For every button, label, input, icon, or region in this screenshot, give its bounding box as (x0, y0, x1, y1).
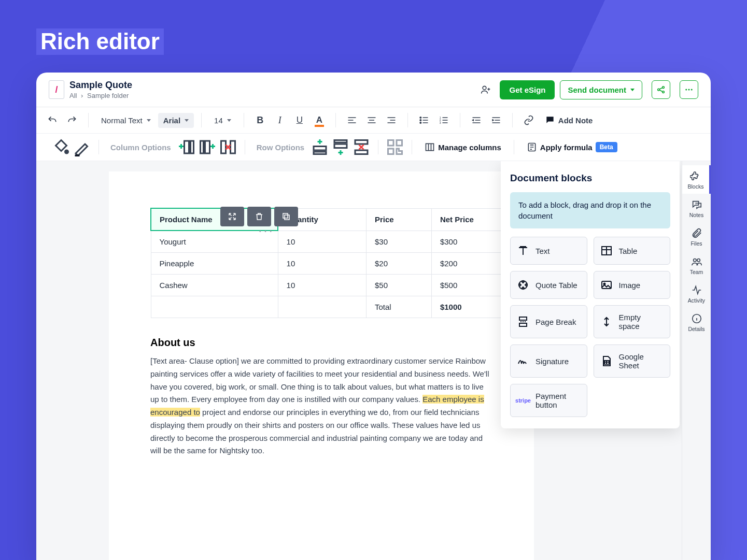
table-row: Pineapple10$20$200 (151, 253, 524, 275)
svg-point-8 (420, 120, 421, 121)
svg-rect-17 (205, 141, 209, 153)
blocks-grid: Text Table Quote Table Image Page Break … (510, 237, 670, 417)
rail-blocks[interactable]: Blocks (682, 165, 711, 194)
drag-handle-icon[interactable]: • • • (259, 228, 273, 234)
block-payment-button[interactable]: stripePayment button (510, 384, 587, 417)
font-size-select[interactable]: 14 (209, 113, 236, 128)
fill-color-button[interactable] (52, 138, 71, 156)
rail-details[interactable]: Details (682, 308, 711, 336)
svg-rect-23 (334, 144, 347, 148)
svg-rect-16 (200, 141, 203, 153)
expand-table-button[interactable] (220, 207, 244, 226)
more-options-button[interactable] (680, 80, 698, 99)
add-note-button[interactable]: Add Note (540, 112, 598, 128)
outdent-button[interactable] (468, 111, 485, 129)
svg-point-5 (688, 89, 690, 91)
team-icon (691, 256, 702, 267)
row-options-label[interactable]: Row Options (252, 143, 309, 152)
block-table[interactable]: Table (594, 237, 671, 265)
blocks-panel-hint: To add a block, drag and drop it on the … (510, 192, 670, 228)
svg-point-9 (420, 122, 421, 124)
svg-point-38 (693, 259, 696, 262)
duplicate-table-button[interactable] (274, 207, 298, 226)
delete-table-button[interactable] (247, 207, 271, 226)
send-document-label: Send document (568, 85, 626, 94)
table-icon (600, 245, 613, 257)
indent-button[interactable] (487, 111, 505, 129)
breadcrumb-root[interactable]: All (69, 92, 77, 99)
comment-icon (545, 115, 555, 125)
svg-rect-26 (388, 140, 394, 146)
breadcrumb-folder[interactable]: Sample folder (87, 92, 129, 99)
border-color-button[interactable] (73, 138, 91, 156)
block-page-break[interactable]: Page Break (510, 305, 587, 338)
insert-column-right-button[interactable] (198, 138, 217, 156)
rail-team[interactable]: Team (682, 251, 711, 279)
chevron-right-icon: › (81, 92, 83, 99)
block-quote-table[interactable]: Quote Table (510, 271, 587, 299)
google-sheet-icon (600, 355, 613, 367)
block-empty-space[interactable]: Empty space (594, 305, 671, 338)
bullet-list-button[interactable] (415, 111, 433, 129)
svg-rect-19 (230, 141, 235, 153)
table-row: Cashew10$50$500 (151, 275, 524, 296)
table-row: Yougurt10$30$300 (151, 231, 524, 253)
table-floating-tools (220, 207, 298, 226)
italic-button[interactable]: I (271, 111, 289, 129)
block-image[interactable]: Image (594, 271, 671, 299)
about-heading[interactable]: About us (150, 337, 534, 349)
apply-formula-button[interactable]: Apply formula Beta (522, 139, 623, 155)
insert-link-button[interactable] (520, 111, 538, 129)
svg-point-6 (691, 89, 693, 91)
block-signature[interactable]: Signature (510, 344, 587, 378)
get-esign-button[interactable]: Get eSign (500, 80, 555, 99)
undo-button[interactable] (44, 111, 61, 129)
rail-notes[interactable]: Notes (682, 194, 711, 222)
svg-rect-28 (388, 149, 394, 154)
document-title: Sample Quote (69, 80, 132, 91)
text-color-button[interactable]: A (311, 111, 328, 129)
insert-row-below-button[interactable] (331, 138, 350, 156)
font-family-select[interactable]: Arial (158, 113, 194, 128)
underline-button[interactable]: U (291, 111, 308, 129)
about-paragraph[interactable]: [Text area- Clause option] we are commit… (150, 355, 492, 457)
document-page[interactable]: Product Name Quantity Price Net Price Yo… (109, 171, 534, 560)
svg-rect-25 (355, 150, 368, 154)
block-google-sheet[interactable]: Google Sheet (594, 344, 671, 378)
breadcrumb[interactable]: All › Sample folder (69, 92, 132, 99)
share-button[interactable] (652, 80, 670, 99)
column-options-label[interactable]: Column Options (106, 143, 175, 152)
block-text[interactable]: Text (510, 237, 587, 265)
hero-title: Rich editor (36, 28, 164, 54)
app-window: / Sample Quote All › Sample folder Get e… (36, 73, 711, 560)
redo-button[interactable] (63, 111, 81, 129)
text-style-select[interactable]: Normal Text (96, 113, 156, 128)
doc-title-block: Sample Quote All › Sample folder (69, 80, 132, 99)
numbered-list-button[interactable]: 123 (435, 111, 453, 129)
insert-row-above-button[interactable] (311, 138, 329, 156)
signature-icon (517, 355, 529, 367)
send-document-button[interactable]: Send document (560, 80, 642, 99)
image-icon (600, 279, 613, 291)
svg-rect-20 (314, 147, 326, 151)
align-center-button[interactable] (363, 111, 380, 129)
header-actions: Get eSign Send document (477, 80, 698, 99)
align-right-button[interactable] (383, 111, 400, 129)
align-left-button[interactable] (343, 111, 361, 129)
delete-row-button[interactable] (352, 138, 371, 156)
paperclip-icon (691, 227, 702, 239)
manage-columns-button[interactable]: Manage columns (419, 139, 506, 155)
delete-column-button[interactable] (219, 138, 237, 156)
activity-icon (691, 284, 702, 296)
bold-button[interactable]: B (251, 111, 269, 129)
quote-table[interactable]: Product Name Quantity Price Net Price Yo… (150, 208, 524, 318)
table-header-cell[interactable]: Price (366, 208, 431, 231)
add-person-icon[interactable] (477, 81, 495, 98)
notes-icon (691, 199, 702, 210)
formatting-toolbar: Normal Text Arial 14 B I U A 123 Add Not… (36, 107, 711, 134)
qr-code-button[interactable] (386, 138, 404, 156)
rail-activity[interactable]: Activity (682, 279, 711, 308)
insert-column-left-button[interactable] (177, 138, 196, 156)
svg-point-7 (420, 117, 421, 119)
rail-files[interactable]: Files (682, 222, 711, 251)
